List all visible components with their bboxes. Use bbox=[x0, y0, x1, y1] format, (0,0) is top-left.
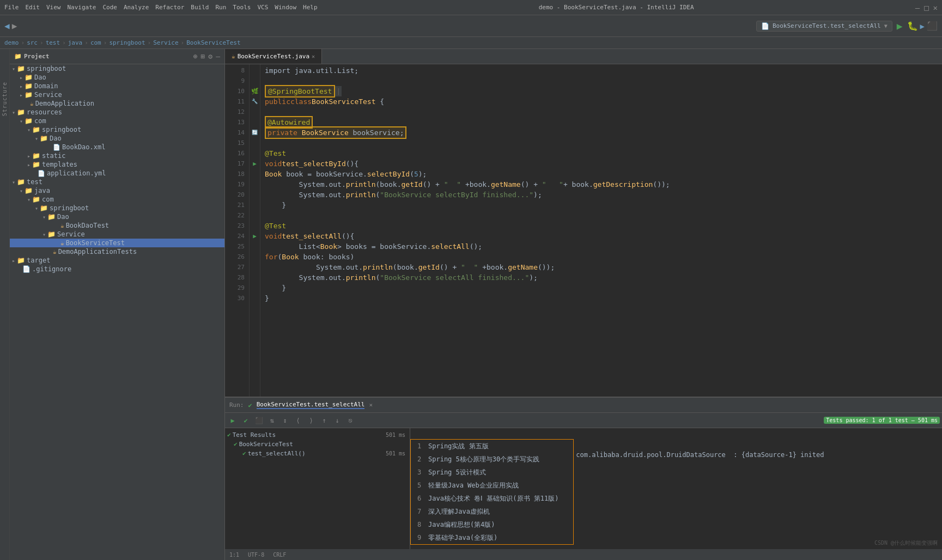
gutter-item bbox=[250, 252, 260, 262]
tree-item[interactable]: ▾📁com bbox=[10, 117, 224, 125]
breadcrumb-file[interactable]: BookServiceTest bbox=[186, 39, 240, 46]
tree-item[interactable]: ▾📁springboot bbox=[10, 64, 224, 73]
code-line bbox=[265, 107, 938, 117]
back-icon[interactable]: ◀ bbox=[4, 21, 10, 31]
tree-item[interactable]: ▾📁test bbox=[10, 178, 224, 186]
maximize-button[interactable]: □ bbox=[924, 3, 928, 12]
run-tab[interactable]: BookServiceTest.test_selectAll bbox=[257, 401, 365, 409]
tree-item[interactable]: ☕DemoApplicationTests bbox=[10, 247, 224, 256]
menu-view[interactable]: View bbox=[46, 4, 61, 11]
tree-item[interactable]: ▾📁springboot bbox=[10, 204, 224, 212]
breadcrumb-test[interactable]: test bbox=[46, 39, 60, 46]
menu-analyze[interactable]: Analyze bbox=[124, 4, 149, 11]
prev-fail-button[interactable]: ↑ bbox=[319, 415, 330, 426]
menu-vcs[interactable]: VCS bbox=[257, 4, 268, 11]
code-content[interactable]: import java.util.List;@SpringBootTest|pu… bbox=[260, 64, 942, 397]
run-button[interactable]: ▶ bbox=[897, 20, 903, 32]
menu-help[interactable]: Help bbox=[303, 4, 318, 11]
collapse-icon[interactable]: ⊞ bbox=[201, 52, 205, 60]
structure-tab[interactable]: Structure bbox=[2, 82, 8, 116]
tree-item[interactable]: ☕BookServiceTest bbox=[10, 239, 224, 247]
menu-file[interactable]: File bbox=[4, 4, 19, 11]
menu-refactor[interactable]: Refactor bbox=[155, 4, 184, 11]
editor-tab-active[interactable]: ☕ BookServiceTest.java ✕ bbox=[225, 49, 322, 64]
stop-button[interactable]: ⬛ bbox=[927, 21, 938, 31]
code-line: System.out.println(book.getId() + " " +b… bbox=[265, 179, 938, 190]
tree-item[interactable]: 📄application.yml bbox=[10, 169, 224, 178]
code-line: System.out.println("BookService selectAl… bbox=[265, 272, 938, 283]
export-results-button[interactable]: ⎋ bbox=[345, 415, 356, 426]
tree-item[interactable]: ▾📁Dao bbox=[10, 134, 224, 143]
query-result-row[interactable]: 7深入理解Java虚拟机 bbox=[411, 505, 573, 518]
query-result-row[interactable]: 6Java核心技术 卷Ⅰ 基础知识(原书 第11版) bbox=[411, 492, 573, 505]
forward-icon[interactable]: ▶ bbox=[12, 21, 17, 31]
gutter-item bbox=[250, 221, 260, 231]
test-class-label: BookServiceTest bbox=[239, 441, 293, 448]
debug-button[interactable]: 🐛 bbox=[907, 21, 918, 31]
breadcrumb-service[interactable]: Service bbox=[153, 39, 178, 46]
tree-item[interactable]: ☕DemoApplication bbox=[10, 99, 224, 108]
run-again-button[interactable]: ▶ bbox=[227, 415, 238, 426]
tree-item[interactable]: ▸📁static bbox=[10, 151, 224, 160]
title-bar: File Edit View Navigate Code Analyze Ref… bbox=[0, 0, 942, 15]
menu-window[interactable]: Window bbox=[275, 4, 296, 11]
query-result-row[interactable]: 9零基础学Java(全彩版) bbox=[411, 531, 573, 544]
menu-tools[interactable]: Tools bbox=[233, 4, 251, 11]
query-result-row[interactable]: 5轻量级Java Web企业应用实战 bbox=[411, 479, 573, 492]
sort-tests-button[interactable]: ⇅ bbox=[266, 415, 277, 426]
test-method-item[interactable]: ✔ test_selectAll() 501 ms bbox=[225, 449, 410, 458]
code-line: for(Book book: books) bbox=[265, 252, 938, 262]
gutter-item bbox=[250, 241, 260, 252]
run-toolbar: ▶ ✔ ⬛ ⇅ ↕ ⟨ ⟩ ↑ ↓ ⎋ Tests passed: 1 of 1… bbox=[225, 413, 942, 428]
breadcrumb-com[interactable]: com bbox=[90, 39, 101, 46]
tree-item[interactable]: ▾📁resources bbox=[10, 108, 224, 117]
query-result-row[interactable]: 1Spring实战 第五版 bbox=[411, 440, 573, 453]
run-tab-close[interactable]: × bbox=[369, 401, 373, 409]
collapse-tests-button[interactable]: ⟩ bbox=[306, 415, 317, 426]
tree-item[interactable]: 📄.gitignore bbox=[10, 265, 224, 273]
next-fail-button[interactable]: ↓ bbox=[332, 415, 343, 426]
minimize-button[interactable]: — bbox=[915, 3, 920, 12]
query-result-row[interactable]: 3Spring 5设计模式 bbox=[411, 466, 573, 479]
rerun-tests-button[interactable]: ✔ bbox=[240, 415, 251, 426]
tree-item[interactable]: ▸📁target bbox=[10, 256, 224, 265]
project-panel: 📁 Project ⊕ ⊞ ⚙ — ▾📁springboot▸📁Dao▸📁Dom… bbox=[10, 49, 225, 560]
query-result-row[interactable]: 8Java编程思想(第4版) bbox=[411, 518, 573, 531]
tree-item[interactable]: ▸📁templates bbox=[10, 160, 224, 169]
settings-icon[interactable]: ⚙ bbox=[208, 52, 212, 60]
tab-close-button[interactable]: ✕ bbox=[312, 53, 315, 59]
tree-item[interactable]: ▾📁com bbox=[10, 195, 224, 204]
test-results-root[interactable]: ✔ Test Results 501 ms bbox=[225, 430, 410, 440]
tree-item[interactable]: ▾📁Dao bbox=[10, 212, 224, 221]
menu-run[interactable]: Run bbox=[215, 4, 226, 11]
tree-item[interactable]: ▸📁Dao bbox=[10, 73, 224, 82]
minimize-panel-icon[interactable]: — bbox=[216, 52, 220, 60]
breadcrumb-springboot[interactable]: springboot bbox=[109, 39, 145, 46]
expand-button[interactable]: ⟨ bbox=[293, 415, 303, 426]
breadcrumb-java[interactable]: java bbox=[68, 39, 83, 46]
menu-code[interactable]: Code bbox=[102, 4, 117, 11]
menu-build[interactable]: Build bbox=[191, 4, 209, 11]
test-class-item[interactable]: ✔ BookServiceTest bbox=[225, 440, 410, 449]
stop-tests-button[interactable]: ⬛ bbox=[253, 415, 264, 426]
tree-item[interactable]: ☕BookDaoTest bbox=[10, 221, 224, 230]
breadcrumb-src[interactable]: src bbox=[27, 39, 38, 46]
tree-item[interactable]: ▸📁Service bbox=[10, 90, 224, 99]
gutter-item bbox=[250, 65, 260, 76]
run-with-coverage-button[interactable]: ▶ bbox=[920, 22, 925, 31]
menu-edit[interactable]: Edit bbox=[26, 4, 40, 11]
tree-item[interactable]: ▾📁springboot bbox=[10, 125, 224, 134]
tree-item[interactable]: 📄BookDao.xml bbox=[10, 143, 224, 151]
sort-alpha-button[interactable]: ↕ bbox=[279, 415, 290, 426]
breadcrumb-demo[interactable]: demo bbox=[4, 39, 19, 46]
tree-item[interactable]: ▸📁Domain bbox=[10, 82, 224, 90]
locate-icon[interactable]: ⊕ bbox=[193, 52, 198, 60]
query-result-row[interactable]: 2Spring 5核心原理与30个类手写实践 bbox=[411, 453, 573, 466]
tree-item[interactable]: ▾📁Service bbox=[10, 230, 224, 239]
menu-navigate[interactable]: Navigate bbox=[68, 4, 96, 11]
tree-item[interactable]: ▾📁java bbox=[10, 186, 224, 195]
test-method-label: test_selectAll() bbox=[248, 450, 306, 457]
code-editor[interactable]: 8910111213141516171819202122232425262728… bbox=[225, 64, 942, 397]
close-button[interactable]: ✕ bbox=[933, 3, 938, 12]
run-config-dropdown-icon[interactable]: ▼ bbox=[884, 23, 888, 29]
